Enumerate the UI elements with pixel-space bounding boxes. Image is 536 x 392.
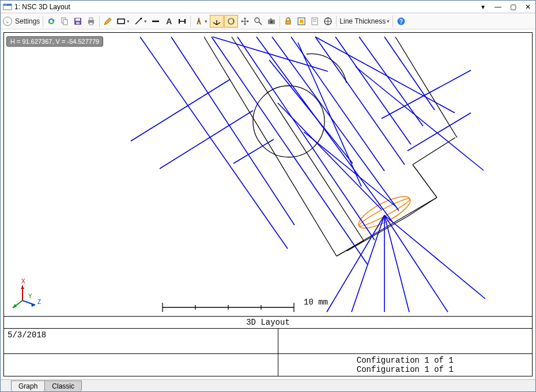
svg-text:Y: Y [28, 293, 32, 299]
config-line-2: Configuration 1 of 1 [282, 365, 529, 374]
titlebar: 1: NSC 3D Layout ▾ — ▢ ✕ [1, 1, 535, 13]
svg-line-75 [384, 215, 448, 312]
print-button[interactable] [85, 15, 97, 28]
svg-point-50 [253, 86, 324, 157]
text-button[interactable]: A [163, 15, 175, 28]
axes-button[interactable] [210, 15, 224, 28]
tab-classic[interactable]: Classic [44, 380, 82, 391]
compass-button[interactable]: ▾ [192, 15, 209, 28]
svg-line-26 [259, 22, 262, 25]
svg-rect-10 [89, 18, 93, 20]
camera-button[interactable] [265, 15, 278, 28]
svg-text:Z: Z [37, 299, 41, 305]
svg-line-47 [347, 216, 407, 251]
svg-line-57 [256, 37, 393, 223]
svg-line-76 [384, 215, 485, 299]
svg-rect-30 [286, 21, 290, 24]
svg-marker-83 [21, 286, 24, 289]
dash-button[interactable] [149, 15, 162, 28]
pencil-button[interactable] [101, 15, 114, 28]
svg-rect-8 [76, 22, 80, 24]
svg-line-53 [140, 37, 288, 249]
svg-line-46 [337, 241, 364, 256]
svg-marker-86 [13, 304, 17, 308]
content-area: X Y Z H = 91.627367, V = -54.527779 10 m… [1, 29, 535, 379]
minimize-button[interactable]: — [493, 3, 503, 11]
svg-line-71 [327, 215, 384, 312]
svg-rect-11 [89, 22, 93, 25]
svg-line-45 [395, 37, 457, 138]
svg-line-61 [335, 37, 411, 144]
rotate-button[interactable] [224, 15, 238, 28]
svg-rect-12 [118, 19, 124, 24]
tab-graph[interactable]: Graph [11, 380, 45, 391]
svg-line-68 [356, 67, 484, 170]
svg-line-13 [135, 18, 141, 24]
svg-line-60 [315, 37, 405, 165]
refresh-button[interactable] [45, 15, 58, 28]
tabbar: Graph Classic [1, 379, 535, 391]
svg-line-69 [382, 70, 471, 119]
viewport-3d[interactable]: X Y Z H = 91.627367, V = -54.527779 10 m… [3, 32, 533, 317]
panel-title: 3D Layout [3, 317, 533, 329]
info-cell-1 [278, 329, 532, 353]
svg-line-48 [407, 197, 437, 216]
toolbar: ⌄ Settings ▾ ▾ A ▾ Line Thickness▾ ? [1, 13, 535, 29]
fit-button[interactable] [295, 15, 308, 28]
svg-rect-7 [76, 18, 80, 21]
dimension-button[interactable] [176, 15, 188, 28]
dropdown-button[interactable]: ▾ [478, 3, 488, 11]
line-thickness-dropdown[interactable]: Line Thickness▾ [338, 15, 391, 28]
close-button[interactable]: ✕ [523, 3, 533, 11]
config-cell: Configuration 1 of 1 Configuration 1 of … [278, 354, 532, 376]
svg-line-43 [413, 165, 437, 197]
svg-point-2 [5, 4, 5, 5]
svg-line-21 [217, 22, 220, 25]
svg-line-64 [131, 79, 230, 141]
date-cell: 5/3/2018 [4, 329, 278, 353]
info-cell-2 [4, 354, 278, 376]
target-button[interactable] [322, 15, 334, 28]
svg-line-44 [413, 138, 455, 165]
lock-button[interactable] [282, 15, 295, 28]
move-button[interactable] [239, 15, 251, 28]
svg-point-3 [6, 4, 6, 5]
app-icon [3, 2, 12, 12]
svg-marker-89 [31, 303, 35, 307]
svg-rect-32 [300, 20, 303, 23]
window-title: 1: NSC 3D Layout [14, 3, 478, 11]
svg-line-56 [237, 37, 375, 240]
svg-point-14 [141, 17, 142, 19]
svg-rect-5 [63, 20, 67, 25]
save-button[interactable] [71, 15, 84, 28]
line-button[interactable]: ▾ [132, 15, 149, 28]
scale-bar [163, 303, 294, 312]
expand-toggle-button[interactable]: ⌄ [3, 17, 12, 26]
svg-rect-1 [3, 4, 12, 6]
svg-line-63 [384, 37, 435, 110]
config-line-1: Configuration 1 of 1 [282, 356, 529, 365]
svg-line-20 [213, 22, 217, 25]
document-button[interactable] [308, 15, 321, 28]
svg-point-25 [255, 18, 259, 22]
rectangle-button[interactable]: ▾ [115, 15, 131, 28]
svg-text:?: ? [399, 18, 403, 25]
svg-line-74 [384, 215, 409, 312]
settings-button[interactable]: Settings [14, 15, 41, 28]
coord-readout: H = 91.627367, V = -54.527779 [6, 36, 103, 47]
svg-rect-29 [270, 18, 272, 20]
scale-label: 10 mm [304, 298, 328, 307]
svg-line-66 [233, 139, 274, 163]
zoom-button[interactable] [252, 15, 265, 28]
render-canvas: X Y Z [4, 33, 532, 316]
svg-line-70 [407, 113, 471, 151]
svg-line-55 [212, 37, 368, 265]
help-button[interactable]: ? [395, 15, 407, 28]
svg-line-49 [232, 37, 364, 241]
copy-button[interactable] [58, 15, 71, 28]
svg-line-78 [269, 60, 353, 163]
svg-line-79 [298, 43, 361, 187]
maximize-button[interactable]: ▢ [508, 3, 518, 11]
svg-text:X: X [21, 278, 25, 284]
svg-point-28 [270, 20, 273, 22]
